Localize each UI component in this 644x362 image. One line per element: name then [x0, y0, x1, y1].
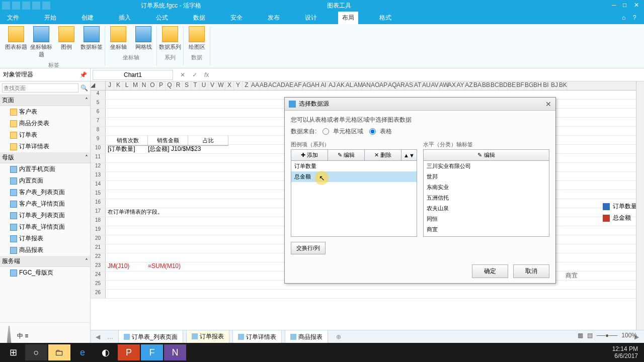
- name-box[interactable]: Chart1: [93, 70, 173, 80]
- column-header[interactable]: AD: [277, 81, 285, 90]
- ribbon-button[interactable]: 坐标轴标题: [30, 26, 52, 58]
- sidebar-item[interactable]: 订单详情表: [0, 141, 90, 152]
- column-header[interactable]: P: [157, 81, 166, 90]
- row-content[interactable]: JM(J10)=SUM(M10): [106, 262, 183, 271]
- menu-tab-创建[interactable]: 创建: [77, 12, 98, 24]
- column-header[interactable]: AG: [302, 81, 311, 90]
- sheet-tab[interactable]: 订单详情表: [232, 330, 282, 344]
- app-icon[interactable]: F: [141, 344, 163, 360]
- row-number[interactable]: 20: [91, 235, 106, 244]
- column-header[interactable]: R: [174, 81, 183, 90]
- row-content[interactable]: 在订单详情表的字段。: [106, 208, 165, 217]
- chevron-up-icon[interactable]: ˄: [85, 258, 88, 265]
- column-header[interactable]: BH: [533, 81, 542, 90]
- column-header[interactable]: AC: [268, 81, 277, 90]
- column-header[interactable]: AM: [354, 81, 362, 90]
- row-content[interactable]: [106, 281, 110, 289]
- sidebar-section-pages[interactable]: 页面 ˄: [0, 95, 90, 106]
- select-all-corner[interactable]: ◢: [91, 81, 106, 90]
- column-header[interactable]: AK: [337, 81, 345, 90]
- column-header[interactable]: AZ: [465, 81, 473, 90]
- row-number[interactable]: 4: [91, 90, 106, 99]
- column-header[interactable]: K: [114, 81, 123, 90]
- sidebar-item[interactable]: 客户表_详情页面: [0, 198, 90, 210]
- sidebar-item[interactable]: 订单表_列表页面: [0, 210, 90, 221]
- chrome-icon[interactable]: ◐: [95, 344, 117, 360]
- home-icon[interactable]: ⌂: [622, 14, 629, 21]
- minimize-icon[interactable]: ─: [612, 2, 620, 10]
- column-header[interactable]: AS: [405, 81, 414, 90]
- column-header[interactable]: AO: [371, 81, 379, 90]
- row-content[interactable]: [106, 253, 110, 262]
- column-header[interactable]: BB: [482, 81, 491, 90]
- ribbon-button[interactable]: 图例: [55, 26, 77, 58]
- ribbon-button[interactable]: 坐标轴: [107, 26, 129, 51]
- fx-icon[interactable]: fx: [204, 71, 209, 78]
- chevron-up-icon[interactable]: ˄: [85, 154, 88, 161]
- accept-formula-icon[interactable]: ✓: [192, 71, 197, 78]
- row-content[interactable]: 销售次数销售金额占比: [106, 136, 230, 144]
- list-item[interactable]: 东南实业: [424, 182, 549, 193]
- list-item[interactable]: 商宜: [424, 224, 549, 235]
- row-content[interactable]: [106, 154, 110, 162]
- row-content[interactable]: [106, 172, 110, 180]
- sidebar-item[interactable]: FGC_母版页: [0, 267, 90, 279]
- column-header[interactable]: V: [208, 81, 217, 90]
- sidebar-section-server[interactable]: 服务端 ˄: [0, 256, 90, 267]
- row-content[interactable]: [106, 272, 110, 280]
- sidebar-item[interactable]: 内置手机页面: [0, 163, 90, 175]
- row-number[interactable]: 14: [91, 181, 106, 190]
- row-number[interactable]: 25: [91, 281, 106, 289]
- column-header[interactable]: AH: [311, 81, 319, 90]
- pin-icon[interactable]: 📌: [79, 71, 87, 78]
- row-number[interactable]: 17: [91, 208, 106, 217]
- zoom-level[interactable]: 100%: [621, 332, 637, 339]
- toolbar-button-编辑[interactable]: ✎ 编辑: [328, 150, 365, 160]
- taskbar-search-icon[interactable]: ○: [25, 344, 47, 360]
- qat-icon[interactable]: [32, 2, 40, 10]
- ribbon-button[interactable]: 图表标题: [5, 26, 27, 58]
- swap-rows-cols-button[interactable]: 交换行/列: [291, 242, 326, 254]
- column-header[interactable]: BC: [491, 81, 499, 90]
- column-header[interactable]: BK: [559, 81, 568, 90]
- row-content[interactable]: [106, 90, 110, 99]
- column-header[interactable]: AB: [260, 81, 268, 90]
- column-header[interactable]: BJ: [550, 81, 559, 90]
- start-button[interactable]: ⊞: [2, 344, 24, 360]
- row-number[interactable]: 26: [91, 290, 106, 298]
- column-header[interactable]: AF: [294, 81, 302, 90]
- ok-button[interactable]: 确定: [472, 264, 508, 278]
- row-content[interactable]: [106, 109, 110, 117]
- row-number[interactable]: 8: [91, 127, 106, 135]
- series-list[interactable]: 订单数量总金额: [291, 161, 417, 236]
- ribbon-button[interactable]: 数据标签: [80, 26, 103, 58]
- row-content[interactable]: [106, 127, 110, 135]
- column-header[interactable]: M: [131, 81, 140, 90]
- move-buttons[interactable]: ▲▼: [401, 150, 417, 160]
- row-number[interactable]: 16: [91, 199, 106, 208]
- column-header[interactable]: S: [183, 81, 191, 90]
- menu-tab-数据[interactable]: 数据: [189, 12, 209, 24]
- row-content[interactable]: [106, 199, 110, 208]
- column-header[interactable]: BF: [516, 81, 525, 90]
- row-content[interactable]: [106, 290, 110, 298]
- column-header[interactable]: AJ: [328, 81, 337, 90]
- row-number[interactable]: 21: [91, 244, 106, 253]
- list-item[interactable]: 三川实业有限公司: [424, 161, 549, 171]
- column-header[interactable]: AP: [379, 81, 388, 90]
- vertical-scrollbar[interactable]: [636, 81, 644, 349]
- row-content[interactable]: [106, 244, 110, 253]
- column-header[interactable]: X: [225, 81, 234, 90]
- row-content[interactable]: [订单数量][总金额] J10/$M$23: [106, 145, 203, 153]
- menu-tab-文件[interactable]: 文件: [3, 12, 23, 24]
- column-header[interactable]: BG: [525, 81, 533, 90]
- column-header[interactable]: O: [148, 81, 157, 90]
- sidebar-item[interactable]: 商品报表: [0, 244, 90, 256]
- row-number[interactable]: 11: [91, 154, 106, 162]
- sidebar-item[interactable]: 内置页面: [0, 175, 90, 187]
- column-header[interactable]: AR: [396, 81, 405, 90]
- sidebar-item[interactable]: 订单报表: [0, 233, 90, 244]
- qat-icon[interactable]: [12, 2, 20, 10]
- menu-tab-设计[interactable]: 设计: [301, 12, 321, 24]
- edge-icon[interactable]: e: [71, 344, 94, 360]
